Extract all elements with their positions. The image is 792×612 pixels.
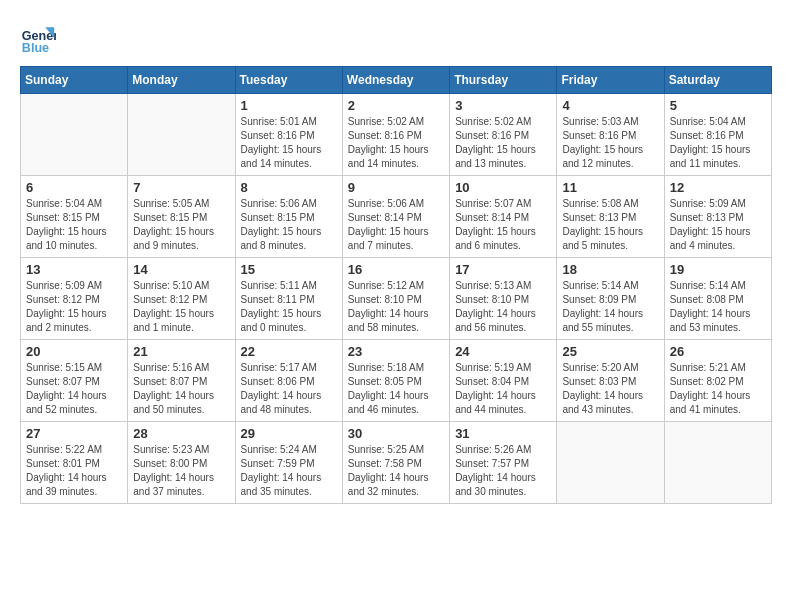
- page-header: General Blue: [20, 20, 772, 56]
- calendar-cell: 2Sunrise: 5:02 AM Sunset: 8:16 PM Daylig…: [342, 94, 449, 176]
- day-number: 17: [455, 262, 551, 277]
- day-number: 31: [455, 426, 551, 441]
- calendar-cell: 26Sunrise: 5:21 AM Sunset: 8:02 PM Dayli…: [664, 340, 771, 422]
- day-info: Sunrise: 5:09 AM Sunset: 8:13 PM Dayligh…: [670, 197, 766, 253]
- day-number: 12: [670, 180, 766, 195]
- calendar-cell: 17Sunrise: 5:13 AM Sunset: 8:10 PM Dayli…: [450, 258, 557, 340]
- day-info: Sunrise: 5:15 AM Sunset: 8:07 PM Dayligh…: [26, 361, 122, 417]
- logo: General Blue: [20, 20, 62, 56]
- day-info: Sunrise: 5:03 AM Sunset: 8:16 PM Dayligh…: [562, 115, 658, 171]
- calendar-cell: 31Sunrise: 5:26 AM Sunset: 7:57 PM Dayli…: [450, 422, 557, 504]
- calendar-cell: [128, 94, 235, 176]
- calendar-cell: 19Sunrise: 5:14 AM Sunset: 8:08 PM Dayli…: [664, 258, 771, 340]
- calendar-cell: 23Sunrise: 5:18 AM Sunset: 8:05 PM Dayli…: [342, 340, 449, 422]
- svg-text:Blue: Blue: [22, 41, 49, 55]
- day-number: 6: [26, 180, 122, 195]
- day-info: Sunrise: 5:11 AM Sunset: 8:11 PM Dayligh…: [241, 279, 337, 335]
- weekday-header-friday: Friday: [557, 67, 664, 94]
- calendar-table: SundayMondayTuesdayWednesdayThursdayFrid…: [20, 66, 772, 504]
- calendar-cell: 15Sunrise: 5:11 AM Sunset: 8:11 PM Dayli…: [235, 258, 342, 340]
- weekday-header-monday: Monday: [128, 67, 235, 94]
- calendar-cell: 18Sunrise: 5:14 AM Sunset: 8:09 PM Dayli…: [557, 258, 664, 340]
- day-info: Sunrise: 5:14 AM Sunset: 8:08 PM Dayligh…: [670, 279, 766, 335]
- weekday-header-sunday: Sunday: [21, 67, 128, 94]
- calendar-cell: 7Sunrise: 5:05 AM Sunset: 8:15 PM Daylig…: [128, 176, 235, 258]
- day-info: Sunrise: 5:22 AM Sunset: 8:01 PM Dayligh…: [26, 443, 122, 499]
- weekday-header-thursday: Thursday: [450, 67, 557, 94]
- calendar-week-5: 27Sunrise: 5:22 AM Sunset: 8:01 PM Dayli…: [21, 422, 772, 504]
- calendar-cell: 11Sunrise: 5:08 AM Sunset: 8:13 PM Dayli…: [557, 176, 664, 258]
- day-number: 14: [133, 262, 229, 277]
- day-number: 8: [241, 180, 337, 195]
- day-info: Sunrise: 5:19 AM Sunset: 8:04 PM Dayligh…: [455, 361, 551, 417]
- day-number: 5: [670, 98, 766, 113]
- day-number: 25: [562, 344, 658, 359]
- calendar-week-1: 1Sunrise: 5:01 AM Sunset: 8:16 PM Daylig…: [21, 94, 772, 176]
- day-info: Sunrise: 5:25 AM Sunset: 7:58 PM Dayligh…: [348, 443, 444, 499]
- day-info: Sunrise: 5:23 AM Sunset: 8:00 PM Dayligh…: [133, 443, 229, 499]
- logo-icon: General Blue: [20, 20, 56, 56]
- day-info: Sunrise: 5:17 AM Sunset: 8:06 PM Dayligh…: [241, 361, 337, 417]
- calendar-cell: [557, 422, 664, 504]
- day-info: Sunrise: 5:06 AM Sunset: 8:14 PM Dayligh…: [348, 197, 444, 253]
- day-info: Sunrise: 5:21 AM Sunset: 8:02 PM Dayligh…: [670, 361, 766, 417]
- calendar-cell: 12Sunrise: 5:09 AM Sunset: 8:13 PM Dayli…: [664, 176, 771, 258]
- day-info: Sunrise: 5:08 AM Sunset: 8:13 PM Dayligh…: [562, 197, 658, 253]
- day-number: 21: [133, 344, 229, 359]
- weekday-header-row: SundayMondayTuesdayWednesdayThursdayFrid…: [21, 67, 772, 94]
- day-number: 28: [133, 426, 229, 441]
- calendar-cell: 5Sunrise: 5:04 AM Sunset: 8:16 PM Daylig…: [664, 94, 771, 176]
- day-info: Sunrise: 5:06 AM Sunset: 8:15 PM Dayligh…: [241, 197, 337, 253]
- day-info: Sunrise: 5:18 AM Sunset: 8:05 PM Dayligh…: [348, 361, 444, 417]
- day-number: 10: [455, 180, 551, 195]
- calendar-cell: 28Sunrise: 5:23 AM Sunset: 8:00 PM Dayli…: [128, 422, 235, 504]
- day-info: Sunrise: 5:26 AM Sunset: 7:57 PM Dayligh…: [455, 443, 551, 499]
- calendar-cell: [664, 422, 771, 504]
- day-info: Sunrise: 5:13 AM Sunset: 8:10 PM Dayligh…: [455, 279, 551, 335]
- day-number: 3: [455, 98, 551, 113]
- day-number: 26: [670, 344, 766, 359]
- day-info: Sunrise: 5:09 AM Sunset: 8:12 PM Dayligh…: [26, 279, 122, 335]
- day-info: Sunrise: 5:20 AM Sunset: 8:03 PM Dayligh…: [562, 361, 658, 417]
- day-number: 4: [562, 98, 658, 113]
- day-number: 30: [348, 426, 444, 441]
- weekday-header-tuesday: Tuesday: [235, 67, 342, 94]
- calendar-cell: 14Sunrise: 5:10 AM Sunset: 8:12 PM Dayli…: [128, 258, 235, 340]
- day-number: 11: [562, 180, 658, 195]
- day-info: Sunrise: 5:05 AM Sunset: 8:15 PM Dayligh…: [133, 197, 229, 253]
- calendar-cell: 16Sunrise: 5:12 AM Sunset: 8:10 PM Dayli…: [342, 258, 449, 340]
- calendar-week-3: 13Sunrise: 5:09 AM Sunset: 8:12 PM Dayli…: [21, 258, 772, 340]
- day-info: Sunrise: 5:02 AM Sunset: 8:16 PM Dayligh…: [348, 115, 444, 171]
- day-info: Sunrise: 5:07 AM Sunset: 8:14 PM Dayligh…: [455, 197, 551, 253]
- day-number: 13: [26, 262, 122, 277]
- calendar-cell: 21Sunrise: 5:16 AM Sunset: 8:07 PM Dayli…: [128, 340, 235, 422]
- day-number: 24: [455, 344, 551, 359]
- day-info: Sunrise: 5:02 AM Sunset: 8:16 PM Dayligh…: [455, 115, 551, 171]
- day-number: 16: [348, 262, 444, 277]
- day-number: 9: [348, 180, 444, 195]
- day-info: Sunrise: 5:12 AM Sunset: 8:10 PM Dayligh…: [348, 279, 444, 335]
- calendar-week-4: 20Sunrise: 5:15 AM Sunset: 8:07 PM Dayli…: [21, 340, 772, 422]
- day-number: 2: [348, 98, 444, 113]
- calendar-cell: 25Sunrise: 5:20 AM Sunset: 8:03 PM Dayli…: [557, 340, 664, 422]
- calendar-cell: 30Sunrise: 5:25 AM Sunset: 7:58 PM Dayli…: [342, 422, 449, 504]
- calendar-cell: 6Sunrise: 5:04 AM Sunset: 8:15 PM Daylig…: [21, 176, 128, 258]
- calendar-cell: 24Sunrise: 5:19 AM Sunset: 8:04 PM Dayli…: [450, 340, 557, 422]
- calendar-cell: 3Sunrise: 5:02 AM Sunset: 8:16 PM Daylig…: [450, 94, 557, 176]
- calendar-cell: 8Sunrise: 5:06 AM Sunset: 8:15 PM Daylig…: [235, 176, 342, 258]
- calendar-cell: 22Sunrise: 5:17 AM Sunset: 8:06 PM Dayli…: [235, 340, 342, 422]
- calendar-cell: 10Sunrise: 5:07 AM Sunset: 8:14 PM Dayli…: [450, 176, 557, 258]
- day-info: Sunrise: 5:04 AM Sunset: 8:16 PM Dayligh…: [670, 115, 766, 171]
- day-number: 7: [133, 180, 229, 195]
- day-number: 23: [348, 344, 444, 359]
- day-number: 22: [241, 344, 337, 359]
- day-number: 29: [241, 426, 337, 441]
- weekday-header-wednesday: Wednesday: [342, 67, 449, 94]
- calendar-cell: 27Sunrise: 5:22 AM Sunset: 8:01 PM Dayli…: [21, 422, 128, 504]
- calendar-cell: 29Sunrise: 5:24 AM Sunset: 7:59 PM Dayli…: [235, 422, 342, 504]
- day-number: 15: [241, 262, 337, 277]
- day-number: 27: [26, 426, 122, 441]
- day-info: Sunrise: 5:10 AM Sunset: 8:12 PM Dayligh…: [133, 279, 229, 335]
- calendar-cell: 13Sunrise: 5:09 AM Sunset: 8:12 PM Dayli…: [21, 258, 128, 340]
- calendar-cell: 20Sunrise: 5:15 AM Sunset: 8:07 PM Dayli…: [21, 340, 128, 422]
